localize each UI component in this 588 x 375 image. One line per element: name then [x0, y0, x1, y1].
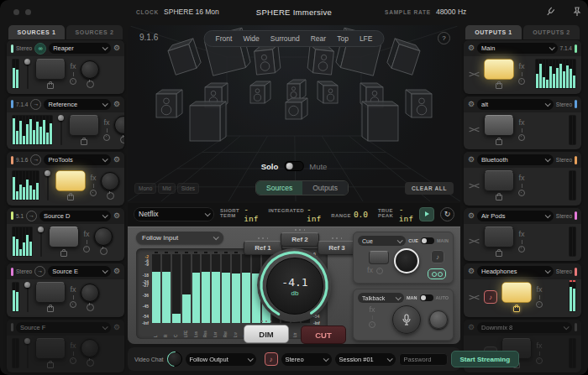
msm-button-sides[interactable]: Sides — [177, 183, 199, 194]
fx-bypass-icon[interactable] — [518, 190, 525, 196]
output-name-select[interactable]: Headphones — [477, 266, 554, 277]
fader-knob[interactable] — [45, 170, 50, 176]
crossfade-icon[interactable] — [469, 125, 480, 134]
fx-bypass-icon[interactable] — [369, 321, 375, 328]
power-icon[interactable] — [107, 192, 114, 200]
window-dot-1[interactable] — [13, 9, 19, 15]
lock-icon[interactable] — [513, 306, 520, 312]
dim-button[interactable]: DIM — [244, 325, 289, 343]
cue-select[interactable]: Cue — [358, 236, 406, 246]
fader-knob[interactable] — [58, 115, 64, 121]
fader-knob[interactable] — [38, 227, 44, 232]
lock-icon[interactable] — [81, 139, 87, 145]
cue-main-toggle[interactable] — [421, 237, 434, 244]
ref-button-2[interactable]: Ref 2 — [281, 232, 319, 247]
gear-icon[interactable]: ⚙ — [468, 101, 475, 108]
fx-bypass-icon[interactable] — [70, 357, 76, 364]
session-select[interactable]: Session #01 — [335, 353, 396, 366]
channel-trim-knob[interactable] — [81, 339, 99, 357]
crossfade-icon[interactable] — [469, 237, 480, 246]
speaker-group-button-lfe[interactable]: LFE — [360, 34, 373, 43]
cue-level-knob[interactable] — [394, 248, 419, 273]
cue-music-note-button[interactable]: ♪ — [431, 250, 444, 263]
power-icon[interactable] — [87, 359, 94, 367]
output-name-select[interactable]: alt — [477, 99, 554, 110]
speaker-group-button-surround[interactable]: Surround — [270, 34, 300, 43]
lock-icon[interactable] — [496, 195, 502, 201]
talkback-man-auto-toggle[interactable] — [420, 294, 433, 301]
volume-knob[interactable]: -4.1 db — [257, 248, 331, 322]
music-note-button[interactable]: ♪ — [484, 290, 497, 304]
source-name-select[interactable]: Source E — [48, 266, 111, 277]
channel-trim-knob[interactable] — [101, 172, 119, 190]
output-main-button[interactable] — [484, 115, 514, 136]
crossfade-icon[interactable] — [469, 70, 480, 79]
channel-main-button[interactable] — [35, 282, 66, 303]
talkback-mic-button[interactable] — [392, 305, 421, 334]
lock-icon[interactable] — [47, 362, 54, 368]
clear-all-button[interactable]: CLEAR ALL — [405, 182, 454, 195]
channel-main-button[interactable] — [49, 227, 79, 247]
output-name-select[interactable]: Air Pods — [477, 211, 554, 221]
msm-button-mid[interactable]: Mid — [158, 183, 175, 194]
fx-bypass-icon[interactable] — [518, 246, 525, 253]
lock-icon[interactable] — [60, 251, 67, 257]
pin-icon[interactable] — [571, 6, 583, 18]
fx-bypass-icon[interactable] — [90, 190, 97, 196]
power-icon[interactable] — [100, 247, 108, 255]
source-name-select[interactable]: Source F — [16, 322, 111, 333]
source-name-select[interactable]: ProTools — [44, 154, 110, 165]
channel-fader[interactable] — [44, 170, 51, 201]
start-streaming-button[interactable]: Start Streaming — [451, 351, 520, 367]
channel-trim-knob[interactable] — [94, 227, 113, 246]
loudness-reset-button[interactable]: ↻ — [440, 207, 454, 221]
gear-icon[interactable]: ⚙ — [113, 268, 120, 275]
lock-icon[interactable] — [496, 251, 502, 257]
input-route-icon[interactable]: → — [26, 211, 37, 221]
output-main-button[interactable] — [484, 227, 514, 247]
channel-main-button[interactable] — [69, 115, 99, 136]
msm-button-mono[interactable]: Mono — [134, 183, 156, 194]
lock-icon[interactable] — [67, 195, 74, 201]
input-route-icon[interactable]: → — [30, 99, 41, 110]
gear-icon[interactable]: ⚙ — [468, 212, 475, 220]
lock-icon[interactable] — [47, 306, 54, 312]
stream-music-note-icon[interactable]: ♪ — [265, 352, 278, 366]
speaker-group-button-rear[interactable]: Rear — [311, 34, 326, 43]
video-chat-knob[interactable] — [167, 352, 182, 367]
gear-icon[interactable]: ⚙ — [113, 212, 120, 220]
fx-bypass-icon[interactable] — [70, 301, 76, 308]
output-name-select[interactable]: Bluetooth — [477, 154, 554, 165]
tuning-fork-icon[interactable] — [544, 6, 556, 18]
crossfade-icon[interactable] — [469, 181, 480, 190]
output-main-button[interactable] — [501, 282, 532, 303]
output-name-select[interactable]: Downmix 8 — [477, 322, 572, 333]
fader-knob[interactable] — [24, 282, 30, 288]
channel-main-button[interactable] — [35, 59, 66, 80]
gear-icon[interactable]: ⚙ — [113, 44, 120, 52]
view-tab-outputs[interactable]: Outputs — [302, 181, 348, 195]
sources-tab[interactable]: SOURCES 2 — [66, 25, 123, 39]
cut-button[interactable]: CUT — [301, 326, 346, 344]
source-name-select[interactable]: Reaper — [49, 43, 111, 54]
power-icon[interactable] — [87, 81, 94, 88]
source-name-select[interactable]: Source D — [39, 211, 111, 221]
fx-bypass-icon[interactable] — [536, 301, 543, 308]
gear-icon[interactable]: ⚙ — [113, 101, 120, 108]
help-icon[interactable]: ? — [438, 32, 450, 44]
cue-button[interactable] — [369, 251, 389, 264]
solo-mute-toggle[interactable] — [284, 161, 303, 171]
fader-knob[interactable] — [24, 59, 30, 65]
talkback-select[interactable]: Talkback — [358, 293, 404, 303]
fx-bypass-icon[interactable] — [518, 134, 525, 141]
power-icon[interactable] — [87, 304, 94, 311]
channel-trim-knob[interactable] — [81, 284, 99, 302]
source-name-select[interactable]: Reference — [44, 99, 110, 110]
speaker-group-button-front[interactable]: Front — [216, 34, 233, 43]
video-chat-output-select[interactable]: Follow Output — [186, 353, 256, 366]
power-icon[interactable] — [120, 136, 125, 143]
talkback-level-knob[interactable] — [429, 310, 448, 329]
channel-fader[interactable] — [24, 338, 31, 368]
fx-bypass-icon[interactable] — [70, 78, 76, 85]
fx-bypass-icon[interactable] — [376, 268, 383, 274]
